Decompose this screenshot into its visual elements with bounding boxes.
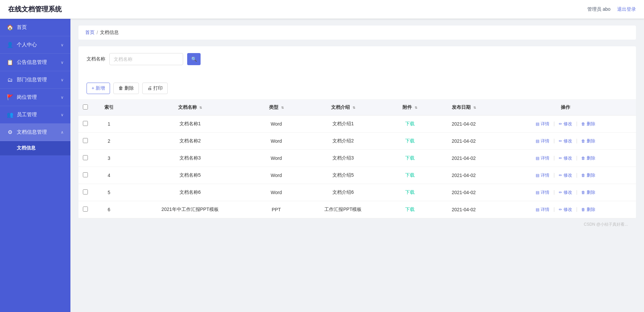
row-name: 文档名称1 [126, 116, 254, 133]
row-desc: 文档介绍2 [299, 133, 387, 150]
edit-icon: ✏ [559, 122, 562, 126]
row-checkbox[interactable] [83, 189, 88, 194]
row-checkbox[interactable] [83, 172, 88, 177]
edit-button[interactable]: ✏ 修改 [557, 189, 574, 196]
row-type: Word [254, 116, 299, 133]
sidebar-item-dept[interactable]: 🗂 部门信息管理 ∨ [0, 71, 70, 89]
table-row: 3 文档名称3 Word 文档介绍3 下载 2021-04-02 ▤ 详情 | … [78, 150, 636, 167]
row-attachment: 下载 [387, 201, 432, 218]
search-area: 文档名称 🔍 [78, 46, 636, 72]
download-link[interactable]: 下载 [405, 207, 415, 212]
row-index: 5 [92, 184, 126, 201]
row-desc: 文档介绍6 [299, 184, 387, 201]
edit-button[interactable]: ✏ 修改 [557, 154, 574, 162]
edit-icon: ✏ [559, 207, 562, 212]
row-operations: ▤ 详情 | ✏ 修改 | 🗑 删除 [495, 167, 636, 184]
sort-icon-type[interactable]: ⇅ [281, 106, 284, 109]
row-checkbox[interactable] [83, 121, 88, 126]
table-col-name: 文档名称 ⇅ [126, 100, 254, 116]
select-all-checkbox[interactable] [83, 104, 88, 109]
row-checkbox[interactable] [83, 138, 88, 143]
sidebar-item-employee[interactable]: 👥 员工管理 ∨ [0, 106, 70, 124]
row-index: 6 [92, 201, 126, 218]
edit-button[interactable]: ✏ 修改 [557, 206, 574, 213]
table-row: 2 文档名称2 Word 文档介绍2 下载 2021-04-02 ▤ 详情 | … [78, 133, 636, 150]
row-checkbox[interactable] [83, 207, 88, 212]
logout-button[interactable]: 退出登录 [617, 6, 636, 12]
table-row: 6 2021年中工作汇报PPT模板 PPT 工作汇报PPT模板 下载 2021-… [78, 201, 636, 218]
detail-button[interactable]: ▤ 详情 [534, 137, 551, 145]
download-link[interactable]: 下载 [405, 189, 415, 195]
detail-button[interactable]: ▤ 详情 [534, 172, 551, 179]
sidebar-item-profile[interactable]: 👤 个人中心 ∨ [0, 36, 70, 54]
download-link[interactable]: 下载 [405, 172, 415, 178]
row-type: Word [254, 184, 299, 201]
row-type: Word [254, 167, 299, 184]
add-button[interactable]: + 新增 [87, 83, 110, 94]
row-attachment: 下载 [387, 150, 432, 167]
chevron-up-icon: ∧ [61, 130, 64, 135]
search-label: 文档名称 [87, 56, 105, 62]
row-delete-button[interactable]: 🗑 删除 [579, 172, 597, 179]
sidebar-item-notice[interactable]: 📋 公告信息管理 ∨ [0, 54, 70, 71]
detail-icon: ▤ [536, 173, 539, 178]
print-button[interactable]: 🖨 打印 [142, 83, 168, 94]
row-attachment: 下载 [387, 167, 432, 184]
trash-icon: 🗑 [581, 207, 585, 212]
detail-button[interactable]: ▤ 详情 [534, 154, 551, 162]
search-button[interactable]: 🔍 [187, 53, 201, 65]
chevron-down-icon: ∨ [61, 43, 64, 47]
row-checkbox-cell [78, 116, 92, 133]
layout: 🏠 首页 👤 个人中心 ∨ 📋 公告信息管理 ∨ 🗂 部门信息管理 ∨ [0, 19, 644, 312]
sidebar-item-document[interactable]: ⚙ 文档信息管理 ∧ [0, 124, 70, 141]
detail-button[interactable]: ▤ 详情 [534, 206, 551, 213]
sidebar-item-home[interactable]: 🏠 首页 [0, 19, 70, 36]
row-delete-button[interactable]: 🗑 删除 [579, 189, 597, 196]
search-input[interactable] [109, 53, 183, 65]
sort-icon-desc[interactable]: ⇅ [353, 106, 355, 109]
row-checkbox[interactable] [83, 155, 88, 160]
row-delete-button[interactable]: 🗑 删除 [579, 137, 597, 145]
employee-icon: 👥 [7, 112, 13, 118]
detail-button[interactable]: ▤ 详情 [534, 120, 551, 128]
edit-button[interactable]: ✏ 修改 [557, 120, 574, 128]
sidebar-item-doc-info[interactable]: 文档信息 [0, 141, 70, 155]
table-col-op: 操作 [495, 100, 636, 116]
detail-icon: ▤ [536, 190, 539, 195]
trash-icon: 🗑 [581, 190, 585, 195]
row-name: 文档名称3 [126, 150, 254, 167]
main-content: 首页 / 文档信息 文档名称 🔍 + 新增 🗑 删除 🖨 打印 [70, 19, 644, 312]
row-desc: 文档介绍3 [299, 150, 387, 167]
row-checkbox-cell [78, 184, 92, 201]
row-date: 2021-04-02 [432, 167, 495, 184]
edit-button[interactable]: ✏ 修改 [557, 137, 574, 145]
row-delete-button[interactable]: 🗑 删除 [579, 206, 597, 213]
footer-watermark: CSDN @小桔子真好看... [78, 218, 636, 231]
table-col-date: 发布日期 ⇅ [432, 100, 495, 116]
edit-icon: ✏ [559, 156, 562, 161]
row-delete-button[interactable]: 🗑 删除 [579, 120, 597, 128]
detail-button[interactable]: ▤ 详情 [534, 189, 551, 196]
table-row: 5 文档名称6 Word 文档介绍6 下载 2021-04-02 ▤ 详情 | … [78, 184, 636, 201]
row-attachment: 下载 [387, 184, 432, 201]
row-checkbox-cell [78, 167, 92, 184]
breadcrumb-home[interactable]: 首页 [85, 30, 95, 36]
edit-icon: ✏ [559, 139, 562, 143]
delete-button[interactable]: 🗑 删除 [113, 83, 139, 94]
row-operations: ▤ 详情 | ✏ 修改 | 🗑 删除 [495, 201, 636, 218]
download-link[interactable]: 下载 [405, 155, 415, 161]
content-panel: 文档名称 🔍 + 新增 🗑 删除 🖨 打印 [78, 46, 636, 218]
download-link[interactable]: 下载 [405, 138, 415, 143]
sort-icon-attachment[interactable]: ⇅ [415, 106, 417, 109]
download-link[interactable]: 下载 [405, 121, 415, 126]
breadcrumb-current: 文档信息 [100, 30, 119, 36]
sort-icon-name[interactable]: ⇅ [199, 106, 202, 109]
table-col-index: 索引 [92, 100, 126, 116]
table-row: 4 文档名称5 Word 文档介绍5 下载 2021-04-02 ▤ 详情 | … [78, 167, 636, 184]
sidebar-label-doc-info: 文档信息 [17, 145, 36, 150]
breadcrumb: 首页 / 文档信息 [78, 26, 636, 40]
row-delete-button[interactable]: 🗑 删除 [579, 154, 597, 162]
edit-button[interactable]: ✏ 修改 [557, 172, 574, 179]
sidebar-item-position[interactable]: 🚩 岗位管理 ∨ [0, 89, 70, 106]
sort-icon-date[interactable]: ⇅ [473, 106, 476, 109]
